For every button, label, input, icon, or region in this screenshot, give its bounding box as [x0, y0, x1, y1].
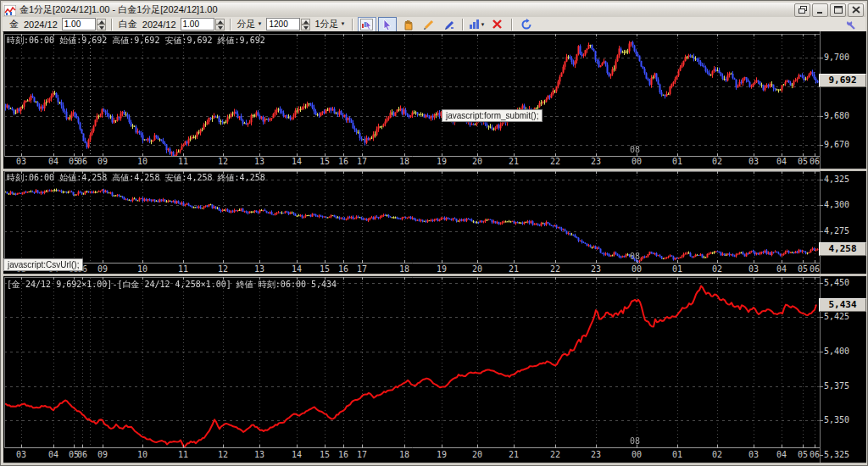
x-axis-label: 14	[292, 264, 302, 274]
y-axis-tick-label: 4,325	[824, 175, 849, 184]
x-axis-label: 09	[97, 264, 108, 274]
maximize-button[interactable]	[830, 3, 846, 17]
pointer-arrow-icon	[381, 19, 392, 31]
pencil-icon	[422, 19, 434, 31]
delete-drawings-button[interactable]	[488, 17, 507, 32]
y-axis-tick-label: 5,450	[824, 278, 849, 287]
x-axis-label: 20	[472, 264, 482, 274]
x-axis-label: 19	[437, 157, 447, 166]
x-axis-label: 12	[218, 157, 228, 166]
chart-style-button[interactable]	[468, 17, 487, 32]
toolbar-separator	[511, 19, 513, 31]
x-axis-label: 10	[137, 157, 147, 166]
toolbar-separator	[230, 19, 231, 31]
x-axis-label: 11	[178, 264, 188, 274]
refresh-button[interactable]	[517, 17, 536, 32]
x-axis-label: 06	[810, 450, 820, 459]
app-icon	[4, 4, 16, 15]
gold-ratio-up-arrow[interactable]	[97, 19, 106, 25]
x-axis-label: 22	[550, 450, 560, 459]
x-axis-label: 12	[218, 450, 228, 459]
minimize-button[interactable]	[812, 3, 828, 17]
panel-splitter[interactable]	[3, 274, 866, 276]
x-axis-label: 21	[509, 157, 519, 166]
settings-wrench-button[interactable]	[842, 17, 860, 32]
toolbar-separator	[111, 19, 113, 31]
x-axis-label: 10	[137, 264, 147, 274]
window-title: 金1分足[2024/12]1.00 - 白金1分足[2024/12]1.00	[19, 3, 218, 16]
x-axis-label: 11	[178, 157, 188, 166]
red-x-icon	[492, 19, 503, 30]
window-layer-button[interactable]	[794, 3, 810, 17]
x-axis-label: 05	[798, 450, 808, 459]
x-axis-label: 03	[16, 450, 26, 459]
y-axis-tick-label: 4,275	[824, 226, 849, 236]
x-axis-label: 19	[437, 264, 447, 274]
wrench-icon	[845, 19, 857, 31]
annotate-tool-button[interactable]	[439, 17, 458, 32]
y-axis-tick-label: 5,350	[824, 415, 849, 424]
x-axis-label: 23	[591, 264, 601, 274]
y-axis-tick-label: 9,680	[824, 111, 849, 120]
x-axis-label: 06	[810, 264, 820, 274]
bar-type-dropdown[interactable]: 分足	[237, 18, 263, 31]
bar-count-down-arrow[interactable]	[301, 25, 310, 31]
window-controls	[794, 3, 864, 17]
pointer-tool-button[interactable]	[378, 17, 397, 32]
platinum-ratio-input[interactable]	[181, 18, 214, 31]
gold-label: 金	[9, 18, 19, 31]
csv-url-tooltip: javascript:CsvUrl();	[3, 258, 83, 271]
spread-chart-canvas[interactable]	[4, 277, 821, 448]
y-axis-tick-label: 5,400	[824, 347, 849, 356]
x-axis-label: 03	[16, 157, 26, 166]
gold-ratio-down-arrow[interactable]	[97, 25, 106, 31]
time-axis-row: 0304050609101112131415161718192021222300…	[3, 450, 820, 461]
draw-line-tool-button[interactable]	[419, 17, 437, 32]
gold-chart-canvas[interactable]	[4, 34, 821, 157]
platinum-label: 白金	[119, 18, 137, 31]
x-axis-label: 14	[292, 450, 302, 459]
x-axis-label: 03	[748, 450, 759, 459]
x-axis-label: 20	[472, 450, 482, 459]
platinum-info-line: 時刻:06:00 始値:4,258 高値:4,258 安値:4,258 終値:4…	[7, 172, 265, 184]
x-axis-label: 00	[632, 264, 642, 274]
pen-icon	[442, 19, 454, 31]
x-axis-label: 04	[776, 450, 787, 459]
bar-count-input[interactable]	[266, 18, 300, 31]
bar-count-up-arrow[interactable]	[301, 19, 310, 25]
x-axis-label: 03	[748, 157, 759, 166]
x-axis-label: 23	[591, 157, 601, 166]
bar-count-spinner	[266, 18, 310, 31]
app-window: 金1分足[2024/12]1.00 - 白金1分足[2024/12]1.00 金…	[0, 0, 868, 466]
y-axis-tick-label: 5,325	[824, 450, 849, 459]
chart-select-tool-button[interactable]	[358, 17, 376, 32]
x-axis-label: 16	[338, 157, 348, 166]
x-axis-label: 18	[399, 450, 409, 459]
x-axis-label: 21	[509, 450, 519, 459]
x-axis-label: 15	[320, 264, 330, 274]
platinum-ratio-up-arrow[interactable]	[215, 19, 225, 25]
time-axis-row: 0304050609101112131415161718192021222300…	[3, 157, 820, 168]
chart-cursor-icon	[360, 19, 373, 31]
platinum-ratio-down-arrow[interactable]	[215, 25, 225, 31]
x-axis-label: 16	[338, 264, 348, 274]
interval-dropdown[interactable]: 1分足	[314, 18, 345, 31]
x-axis-label: 10	[137, 450, 147, 459]
y-axis-tick-label: 5,375	[824, 381, 849, 391]
x-axis-label: 22	[550, 264, 560, 274]
x-axis-label: 04	[48, 157, 58, 166]
y-axis-tick-label: 9,700	[824, 53, 849, 62]
close-button[interactable]	[848, 3, 864, 17]
y-axis-tick-label: 4,300	[824, 200, 849, 209]
gold-ratio-input[interactable]	[62, 18, 96, 31]
x-axis-label: 01	[672, 264, 682, 274]
panel-splitter[interactable]	[3, 169, 866, 171]
pan-tool-button[interactable]	[398, 17, 417, 32]
window-bottom-edge	[3, 463, 866, 464]
x-axis-label: 15	[320, 157, 330, 166]
spread-current-price-box: 5,434	[819, 298, 866, 312]
x-axis-label: 22	[550, 157, 560, 166]
platinum-chart-canvas[interactable]	[4, 171, 821, 264]
x-axis-label: 14	[292, 157, 302, 166]
form-submit-tooltip: javascript:form_submit();	[442, 109, 542, 122]
